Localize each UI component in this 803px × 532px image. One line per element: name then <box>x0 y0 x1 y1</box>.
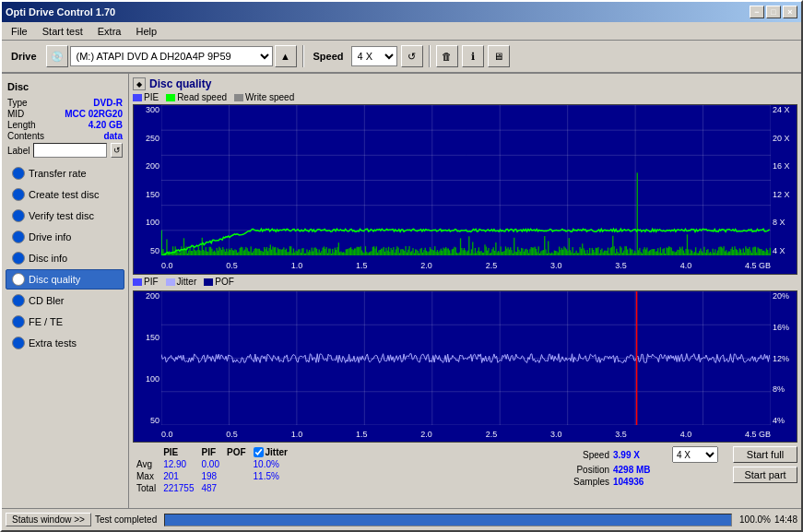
upper-x-45: 4.5 GB <box>745 261 771 270</box>
speed-dropdown[interactable]: 4 X <box>351 46 397 66</box>
position-row: Position 4298 MB <box>559 465 718 475</box>
stats-data-table: PIE PIF POF Jitter Avg <box>133 446 291 494</box>
samples-row: Samples 104936 <box>559 477 718 487</box>
jitter-checkbox-label: Jitter <box>254 447 288 457</box>
stats-table: PIE PIF POF Jitter Avg <box>133 446 551 494</box>
mid-value: MCC 02RG20 <box>65 109 123 119</box>
drive-dropdown[interactable]: (M:) ATAPI DVD A DH20A4P 9P59 <box>70 46 273 66</box>
nav-create-test[interactable]: Create test disc <box>6 184 124 205</box>
stats-total-jitter <box>250 482 291 494</box>
nav-transfer-rate[interactable]: Transfer rate <box>6 163 124 183</box>
legend-label-pof: POF <box>215 277 234 287</box>
nav-icon-quality <box>12 273 25 286</box>
speed-label: Speed <box>310 51 348 62</box>
stats-max-label: Max <box>133 470 159 482</box>
upper-canvas <box>161 105 771 255</box>
lower-yr-8: 8% <box>773 384 785 394</box>
legend-pof: POF <box>204 277 234 287</box>
drive-label: Drive <box>6 49 42 64</box>
erase-button[interactable]: 🗑 <box>436 45 458 67</box>
lower-x-4: 4.0 <box>680 430 692 439</box>
jitter-label-text: Jitter <box>266 447 288 457</box>
samples-value: 104936 <box>613 477 668 487</box>
label-input[interactable] <box>33 143 107 158</box>
nav-drive-info[interactable]: Drive info <box>6 227 124 247</box>
upper-x-35: 3.5 <box>615 261 627 270</box>
stats-max-pof <box>223 470 250 482</box>
sidebar-nav: Transfer rate Create test disc Verify te… <box>2 161 128 355</box>
nav-verify-test[interactable]: Verify test disc <box>6 206 124 226</box>
upper-chart-plot <box>161 105 771 255</box>
legend-pif: PIF <box>133 277 159 287</box>
lower-yr-20: 20% <box>773 291 789 301</box>
nav-disc-info[interactable]: Disc info <box>6 248 124 268</box>
nav-cd-bler[interactable]: CD Bler <box>6 290 124 311</box>
legend-label-jitter: Jitter <box>177 277 197 287</box>
nav-label-create: Create test disc <box>29 189 99 200</box>
maximize-button[interactable]: □ <box>766 6 781 18</box>
info-button[interactable]: ℹ <box>462 45 484 67</box>
stats-total-label: Total <box>133 482 159 494</box>
legend-jitter: Jitter <box>166 277 197 287</box>
disc-info-panel: Type DVD-R MID MCC 02RG20 Length 4.20 GB… <box>2 94 128 161</box>
nav-fe-te[interactable]: FE / TE <box>6 312 124 332</box>
stats-max-row: Max 201 198 11.5% <box>133 470 291 482</box>
upper-yr-20: 20 X <box>773 134 790 143</box>
eject-button[interactable]: ▲ <box>275 45 297 67</box>
menu-bar: File Start test Extra Help <box>2 22 801 41</box>
nav-disc-quality[interactable]: Disc quality <box>6 269 124 290</box>
nav-label-drive: Drive info <box>29 231 71 242</box>
upper-y-100: 100 <box>146 218 159 227</box>
upper-y-left: 300 250 200 150 100 50 <box>134 105 161 255</box>
jitter-checkbox[interactable] <box>254 447 264 457</box>
status-window-button[interactable]: Status window >> <box>6 513 91 526</box>
upper-yr-4: 4 X <box>773 246 785 255</box>
stats-avg-row: Avg 12.90 0.00 10.0% <box>133 458 291 470</box>
status-text: Test completed <box>95 514 157 525</box>
position-label: Position <box>559 465 609 475</box>
drive-select: 💿 (M:) ATAPI DVD A DH20A4P 9P59 ▲ <box>46 45 297 67</box>
lower-yr-4: 4% <box>773 416 785 425</box>
close-button[interactable]: × <box>783 6 797 18</box>
legend-label-pif: PIF <box>144 277 159 287</box>
lower-y-50: 50 <box>150 416 159 425</box>
chart-area: ◆ Disc quality PIE Read speed <box>129 74 801 508</box>
nav-label-quality: Disc quality <box>29 274 80 285</box>
upper-y-50: 50 <box>150 246 159 255</box>
menu-file[interactable]: File <box>4 24 35 39</box>
label-refresh-button[interactable]: ↺ <box>111 143 123 158</box>
upper-x-4: 4.0 <box>680 261 692 270</box>
nav-label-disc: Disc info <box>29 253 67 264</box>
lower-legend: PIF Jitter POF <box>133 277 797 287</box>
stats-col-jitter: Jitter <box>250 446 291 458</box>
disc-section-title: Disc <box>2 77 128 94</box>
minimize-button[interactable]: − <box>750 6 764 18</box>
start-full-button[interactable]: Start full <box>733 446 797 463</box>
lower-canvas <box>161 291 771 425</box>
start-part-button[interactable]: Start part <box>733 467 797 483</box>
nav-icon-disc <box>12 252 25 265</box>
lower-x-axis: 0.0 0.5 1.0 1.5 2.0 2.5 3.0 3.5 4.0 4.5 … <box>161 427 771 442</box>
nav-extra-tests[interactable]: Extra tests <box>6 333 124 353</box>
contents-value: data <box>103 131 123 141</box>
lower-x-3: 3.0 <box>550 430 562 439</box>
lower-x-15: 1.5 <box>356 430 368 439</box>
start-buttons: Start full Start part <box>733 446 797 494</box>
nav-label-bler: CD Bler <box>29 295 65 306</box>
stats-panel: PIE PIF POF Jitter Avg <box>133 446 797 494</box>
speed-select[interactable]: 4 X <box>672 446 718 463</box>
nav-label-verify: Verify test disc <box>29 210 94 221</box>
nav-label-fete: FE / TE <box>29 316 63 327</box>
refresh-button[interactable]: ↺ <box>401 45 423 67</box>
menu-start-test[interactable]: Start test <box>35 24 90 39</box>
chart-icon: ◆ <box>133 77 146 90</box>
menu-help[interactable]: Help <box>128 24 164 39</box>
type-value: DVD-R <box>93 98 123 108</box>
stats-max-pie: 201 <box>159 470 197 482</box>
stats-avg-jitter: 10.0% <box>250 458 291 470</box>
main-window: Opti Drive Control 1.70 − □ × File Start… <box>0 0 803 532</box>
menu-extra[interactable]: Extra <box>90 24 129 39</box>
screen-button[interactable]: 🖥 <box>488 45 510 67</box>
lower-y-left: 200 150 100 50 <box>134 291 161 425</box>
upper-chart: 300 250 200 150 100 50 24 X 20 X 16 X 12… <box>133 104 797 275</box>
